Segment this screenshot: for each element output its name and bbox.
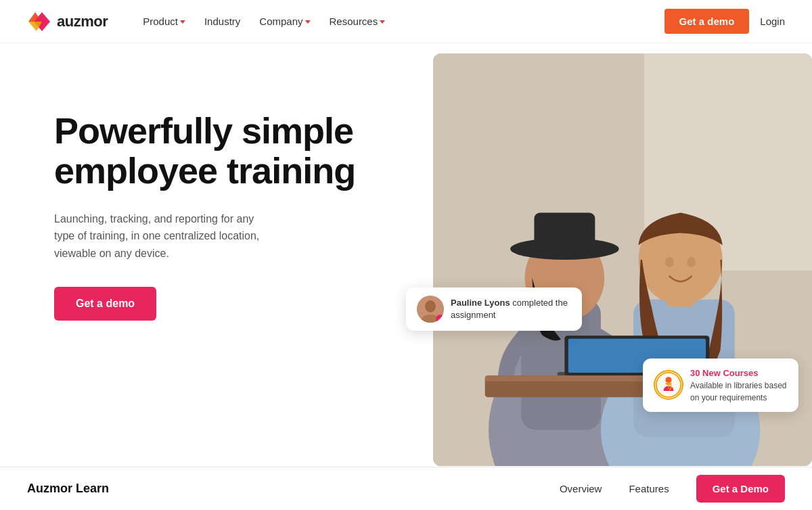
courses-icon xyxy=(654,370,683,400)
nav-industry[interactable]: Industry xyxy=(196,10,248,32)
svg-rect-9 xyxy=(534,212,595,252)
svg-point-23 xyxy=(425,300,436,312)
navbar: auzmor Product Industry Company Resource… xyxy=(0,0,812,43)
footer-bar: Auzmor Learn Overview Features Get a Dem… xyxy=(0,467,812,510)
brand-name: auzmor xyxy=(57,13,108,30)
check-icon: ✓ xyxy=(436,315,444,323)
notification-card-completed: ✓ Pauline Lyons completed the assignment xyxy=(406,287,582,331)
notification-card-courses: 30 New Courses Available in libraries ba… xyxy=(643,358,798,413)
nav-resources[interactable]: Resources xyxy=(321,10,394,32)
nav-product[interactable]: Product xyxy=(135,10,194,32)
logo[interactable]: auzmor xyxy=(27,9,108,34)
footer-nav-features[interactable]: Features xyxy=(629,483,669,494)
notification-text-1: Pauline Lyons completed the assignment xyxy=(451,297,571,321)
chevron-down-icon xyxy=(380,20,385,24)
chevron-down-icon xyxy=(305,20,311,24)
svg-point-15 xyxy=(687,257,696,267)
svg-point-14 xyxy=(665,257,674,267)
notif-avatar: ✓ xyxy=(417,296,444,323)
hero-title: Powerfully simple employee training xyxy=(54,111,420,191)
hero-subtitle: Launching, tracking, and reporting for a… xyxy=(54,210,271,262)
hero-image-area: ✓ Pauline Lyons completed the assignment xyxy=(420,43,785,466)
hero-content: Powerfully simple employee training Laun… xyxy=(54,43,420,321)
footer-nav: Overview Features xyxy=(560,483,669,494)
chevron-down-icon xyxy=(180,20,185,24)
login-button[interactable]: Login xyxy=(760,16,785,27)
hero-section: Powerfully simple employee training Laun… xyxy=(0,43,812,466)
footer-brand: Auzmor Learn xyxy=(27,482,560,496)
nav-actions: Get a demo Login xyxy=(664,9,785,34)
footer-cta-button[interactable]: Get a Demo xyxy=(696,475,785,503)
get-demo-button[interactable]: Get a demo xyxy=(664,9,750,34)
footer-nav-overview[interactable]: Overview xyxy=(560,483,602,494)
auzmor-logo-icon xyxy=(27,9,51,34)
hero-cta-button[interactable]: Get a demo xyxy=(54,287,156,321)
nav-company[interactable]: Company xyxy=(251,10,318,32)
notification-text-2: 30 New Courses Available in libraries ba… xyxy=(690,367,788,404)
nav-links: Product Industry Company Resources xyxy=(135,10,664,32)
